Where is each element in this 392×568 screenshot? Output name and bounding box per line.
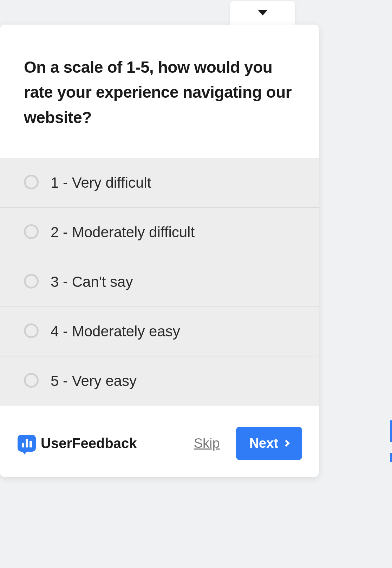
radio-icon <box>24 274 39 289</box>
option-label: 3 - Can't say <box>51 273 133 290</box>
survey-footer: UserFeedback Skip Next <box>0 406 319 477</box>
option-2[interactable]: 2 - Moderately difficult <box>0 208 319 257</box>
footer-actions: Skip Next <box>194 427 302 460</box>
brand: UserFeedback <box>18 435 137 452</box>
radio-icon <box>24 175 39 189</box>
options-list: 1 - Very difficult 2 - Moderately diffic… <box>0 158 319 406</box>
radio-icon <box>24 224 39 239</box>
option-4[interactable]: 4 - Moderately easy <box>0 307 319 356</box>
option-label: 4 - Moderately easy <box>51 323 180 340</box>
chevron-down-icon <box>258 10 268 15</box>
chevron-right-icon <box>283 440 290 447</box>
skip-button[interactable]: Skip <box>194 436 220 451</box>
brand-logo-icon <box>18 435 36 452</box>
question-section: On a scale of 1-5, how would you rate yo… <box>0 25 319 158</box>
option-label: 5 - Very easy <box>51 373 137 389</box>
survey-panel: On a scale of 1-5, how would you rate yo… <box>0 25 319 477</box>
next-button-label: Next <box>249 436 278 451</box>
option-label: 1 - Very difficult <box>51 174 151 191</box>
option-3[interactable]: 3 - Can't say <box>0 257 319 307</box>
collapse-tab[interactable] <box>230 1 295 25</box>
next-button[interactable]: Next <box>236 427 302 460</box>
option-1[interactable]: 1 - Very difficult <box>0 158 319 208</box>
survey-question: On a scale of 1-5, how would you rate yo… <box>24 55 295 130</box>
radio-icon <box>24 373 39 388</box>
option-label: 2 - Moderately difficult <box>51 224 195 241</box>
option-5[interactable]: 5 - Very easy <box>0 356 319 406</box>
radio-icon <box>24 323 39 338</box>
brand-name: UserFeedback <box>41 435 137 451</box>
side-decoration <box>390 420 392 462</box>
